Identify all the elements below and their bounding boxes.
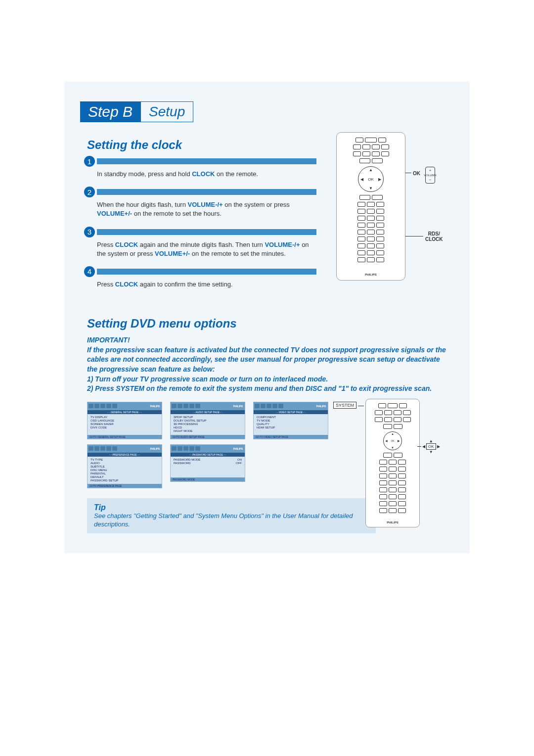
volume-pill-icon: + VOLUME −	[425, 167, 435, 184]
down-arrow-icon: ▼	[422, 450, 440, 454]
up-arrow-icon: ▲	[422, 439, 440, 443]
step-text: When the hour digits flash, turn VOLUME-…	[97, 200, 314, 218]
step-bar	[97, 269, 316, 275]
step-text: Press CLOCK again and the minute digits …	[97, 240, 314, 258]
step-number: 3	[84, 227, 95, 237]
step-bar	[97, 229, 316, 235]
step-1: 1 In standby mode, press and hold CLOCK …	[69, 156, 316, 179]
section-title-dvd: Setting DVD menu options	[87, 317, 465, 331]
step-header: Step B Setup	[80, 101, 465, 122]
dpad-icon: ▲ ◀ OK ▶ ▼	[383, 431, 402, 450]
section-setting-clock: Setting the clock 1 In standby mode, pre…	[69, 132, 465, 297]
callout-ok: OK	[426, 443, 436, 450]
right-arrow-icon: ▶	[398, 439, 400, 442]
step-number: 2	[84, 187, 95, 197]
important-title: IMPORTANT!	[87, 335, 447, 345]
step-bar	[97, 189, 316, 195]
step-bar	[97, 158, 316, 164]
callout-system: SYSTEM	[333, 402, 356, 409]
section-dvd-menu: Setting DVD menu options IMPORTANT! If t…	[69, 317, 465, 533]
ok-button-icon: ▲ ◀ OK ▶ ▼	[358, 166, 384, 192]
general-setup-panel: PHILIPS - - GENERAL SETUP PAGE - - TV DI…	[87, 402, 162, 439]
important-line-1: 1) Turn off your TV progressive scan mod…	[87, 375, 447, 384]
step-number: 1	[84, 156, 95, 167]
remote-illustration-2: SYSTEM ▲ ◀ OK ▶ ▼	[338, 402, 437, 488]
callout-ok-group: ▲ ◀ OK ▶ ▼	[422, 439, 440, 454]
important-block: IMPORTANT! If the progressive scan featu…	[87, 335, 447, 394]
tip-text: See chapters "Getting Started" and "Syst…	[94, 512, 369, 529]
section-title-clock: Setting the clock	[87, 138, 316, 152]
step-3: 3 Press CLOCK again and the minute digit…	[69, 227, 316, 258]
tip-title: Tip	[94, 503, 369, 512]
step-text: In standby mode, press and hold CLOCK on…	[97, 170, 314, 179]
left-arrow-icon: ◀	[360, 177, 363, 182]
preference-panel: PHILIPS - - PREFERENCE PAGE - - TV TYPE …	[87, 444, 162, 488]
callout-line	[417, 446, 421, 447]
callout-line	[405, 236, 423, 236]
remote-illustration-column: ▲ ◀ OK ▶ ▼ PHILIPS OK	[326, 132, 465, 297]
password-setup-panel: PHILIPS - - PASSWORD SETUP PAGE - - PASS…	[170, 444, 245, 482]
right-arrow-icon: ▶	[378, 177, 381, 182]
step-number: 4	[84, 266, 95, 277]
step-text: Press CLOCK again to confirm the time se…	[97, 280, 314, 289]
menu-panels: PHILIPS - - GENERAL SETUP PAGE - - TV DI…	[87, 402, 328, 488]
remote-diagram-small: ▲ ◀ OK ▶ ▼ PHILIPS	[365, 399, 420, 527]
step-badge: Step B	[80, 101, 140, 122]
video-setup-panel: PHILIPS - - VIDEO SETUP PAGE - - COMPONE…	[253, 402, 328, 439]
step-4: 4 Press CLOCK again to confirm the time …	[69, 266, 316, 289]
step-2: 2 When the hour digits flash, turn VOLUM…	[69, 187, 316, 218]
brand-label: PHILIPS	[387, 521, 398, 524]
callout-clock: RDS/ CLOCK	[425, 231, 443, 242]
callout-volume-group: + VOLUME −	[425, 167, 435, 184]
important-body: If the progressive scan feature is activ…	[87, 345, 447, 375]
down-arrow-icon: ▼	[369, 186, 373, 190]
left-arrow-icon: ◀	[385, 439, 388, 442]
remote-diagram: ▲ ◀ OK ▶ ▼ PHILIPS	[336, 132, 405, 281]
callout-line	[405, 173, 411, 173]
right-arrow-icon: ▶	[437, 444, 440, 449]
important-line-2: 2) Press SYSTEM on the remote to exit th…	[87, 384, 447, 394]
down-arrow-icon: ▼	[391, 446, 394, 449]
manual-page: Step B Setup Setting the clock 1 In stan…	[64, 82, 470, 553]
brand-label: PHILIPS	[365, 273, 376, 276]
tip-box: Tip See chapters "Getting Started" and "…	[87, 498, 376, 534]
setup-label: Setup	[140, 101, 193, 122]
callout-line	[358, 406, 364, 406]
up-arrow-icon: ▲	[369, 168, 373, 172]
audio-setup-panel: PHILIPS - - AUDIO SETUP PAGE - - SPDIF S…	[170, 402, 245, 439]
up-arrow-icon: ▲	[391, 432, 394, 435]
left-arrow-icon: ◀	[422, 444, 425, 449]
callout-ok: OK	[413, 171, 420, 176]
